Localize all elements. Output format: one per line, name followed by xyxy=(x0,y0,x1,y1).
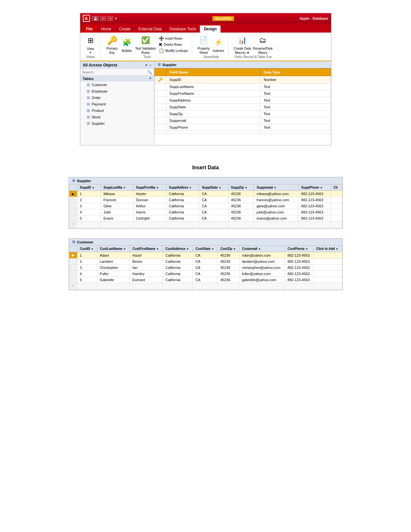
row-selector: ▶ xyxy=(69,191,77,197)
table-row: SuppAddress Text xyxy=(154,97,331,104)
save-button[interactable]: 💾 xyxy=(92,16,99,21)
col-suppfirstna[interactable]: SuppFirstNa ▼ xyxy=(133,184,166,191)
empty-type xyxy=(260,131,331,134)
sidebar-item-employee[interactable]: ⊞ Employee xyxy=(80,88,154,94)
col-suppemail[interactable]: Suppemail ▼ xyxy=(254,184,298,191)
field-name[interactable]: SuppAddress xyxy=(166,97,260,104)
col-custphone[interactable]: CustPhone ▼ xyxy=(285,246,314,252)
panel-header-controls: ▼ « xyxy=(144,63,151,67)
view-button[interactable]: ⊞ View ▼ xyxy=(84,35,97,54)
customer-row-3[interactable]: 3 Christopher Ian California CA 45236 ch… xyxy=(69,265,342,271)
supplier-row-3[interactable]: 3 Glew Arthur California CA 45236 glew@y… xyxy=(69,203,342,209)
supplier-new-row[interactable]: * xyxy=(69,222,342,228)
field-name[interactable]: SuppState xyxy=(166,104,260,111)
builder-button[interactable]: 🧩 Builder xyxy=(121,37,133,53)
tab-external-data[interactable]: External Data xyxy=(134,25,166,33)
customer-row-2[interactable]: 2 Lambert Becks California CA 45236 lamb… xyxy=(69,259,342,265)
supplier-row-4[interactable]: 4 Julie Harris California CA 45236 julie… xyxy=(69,209,342,215)
field-name-suppid[interactable]: SuppID xyxy=(166,76,260,84)
supp-address: California xyxy=(166,197,199,203)
tab-file[interactable]: File xyxy=(82,25,97,33)
customer-row-4[interactable]: 4 Fuller Hamley California CA 45236 full… xyxy=(69,271,342,277)
undo-button[interactable]: ↩ xyxy=(100,16,106,21)
customer-new-row[interactable]: * xyxy=(69,283,342,290)
supplier-row-2[interactable]: 2 Frances Duncan California CA 45236 fra… xyxy=(69,197,342,203)
data-type[interactable]: Text xyxy=(260,124,331,131)
redo-button[interactable]: ↪ xyxy=(107,16,113,21)
sidebar-item-order[interactable]: ⊞ Order xyxy=(80,94,154,101)
data-type[interactable]: Text xyxy=(260,104,331,111)
field-name[interactable]: Suppemail xyxy=(166,117,260,124)
data-type[interactable]: Text xyxy=(260,97,331,104)
field-name[interactable]: SuppPhone xyxy=(166,124,260,131)
supplier-row-5[interactable]: 5 Evans Cartright California CA 45236 ev… xyxy=(69,215,342,222)
field-name[interactable]: SuppLastName xyxy=(166,84,260,90)
cust-phone: 882-123-4563 xyxy=(285,265,314,271)
col-suppstate[interactable]: SuppState ▼ xyxy=(199,184,228,191)
row-selector xyxy=(69,277,77,283)
panel-collapse-button[interactable]: « xyxy=(149,63,151,67)
cust-first: Becks xyxy=(130,259,162,265)
field-name[interactable]: SuppZip xyxy=(166,111,260,117)
col-suppphone[interactable]: SuppPhone ▼ xyxy=(298,184,331,191)
col-click-to-add[interactable]: Click to Add ▼ xyxy=(313,246,342,252)
sidebar-item-supplier[interactable]: ⊞ Supplier xyxy=(80,120,154,127)
col-custemail[interactable]: Custemail ▼ xyxy=(239,246,285,252)
sidebar-item-stock[interactable]: ⊞ Stock xyxy=(80,114,154,120)
indexes-button[interactable]: ⚡ Indexes xyxy=(212,37,225,53)
new-zip xyxy=(218,283,239,290)
col-custid[interactable]: CustID ▼ xyxy=(77,246,97,252)
cust-address: California xyxy=(163,271,193,277)
col-cli[interactable]: Cli xyxy=(331,184,342,191)
col-custaddress[interactable]: CustAddress ▼ xyxy=(163,246,193,252)
property-sheet-button[interactable]: 📄 Property Sheet xyxy=(197,34,210,54)
cust-email: gabrielle@yahoo.com xyxy=(239,277,285,283)
supplier-tab-icon: ⊞ xyxy=(158,63,161,67)
col-custzip[interactable]: CustZip ▼ xyxy=(218,246,239,252)
view-label: View xyxy=(87,47,94,51)
data-type[interactable]: Text xyxy=(260,117,331,124)
col-custfirstname[interactable]: CustFirstName ▼ xyxy=(130,246,162,252)
sidebar-item-product[interactable]: ⊞ Product xyxy=(80,107,154,114)
data-type[interactable]: Text xyxy=(260,84,331,90)
data-type[interactable]: Text xyxy=(260,111,331,117)
cust-zip: 45236 xyxy=(218,252,239,259)
supp-zip: 45236 xyxy=(228,215,254,222)
col-suppid[interactable]: SuppID ▼ xyxy=(77,184,101,191)
new-phone xyxy=(285,283,314,290)
create-data-macros-button[interactable]: 📊 Create Data Macros ▼ xyxy=(234,34,251,54)
tables-label: Tables xyxy=(83,77,94,81)
customer-data-icon: ⊞ xyxy=(72,240,75,244)
col-suppzip[interactable]: SuppZip ▼ xyxy=(228,184,254,191)
modify-lookups-button[interactable]: 📋 Modify Lookups xyxy=(158,48,189,54)
row-selector xyxy=(69,197,77,203)
customer-row-1[interactable]: ▶ 1 Adam Hazel California CA 45236 robin… xyxy=(69,252,342,259)
col-custlastname[interactable]: CustLastName ▼ xyxy=(97,246,130,252)
sidebar-item-payment[interactable]: ⊞ Payment xyxy=(80,101,154,107)
primary-key-button[interactable]: 🔑 Primary Key xyxy=(106,34,119,54)
delete-rows-button[interactable]: ✖ Delete Rows xyxy=(158,42,189,47)
tab-database-tools[interactable]: Database Tools xyxy=(166,25,200,33)
tab-design[interactable]: Design xyxy=(200,25,220,33)
supplier-row-1[interactable]: ▶ 1 Mikasa Hayter California CA 45236 mi… xyxy=(69,191,342,197)
test-validation-button[interactable]: ✅ Test Validation Rules xyxy=(135,34,156,54)
tab-create[interactable]: Create xyxy=(115,25,134,33)
supp-phone: 882-123-4563 xyxy=(298,197,331,203)
field-name[interactable]: SuppFirstName xyxy=(166,90,260,97)
supp-cli xyxy=(331,209,342,215)
panel-menu-button[interactable]: ▼ xyxy=(144,63,148,67)
data-type[interactable]: Text xyxy=(260,90,331,97)
sidebar-item-customer[interactable]: ⊞ Customer xyxy=(80,82,154,88)
customer-row-5[interactable]: 5 Gabrielle Everard California CA 45236 … xyxy=(69,277,342,283)
col-custstate[interactable]: CustState ▼ xyxy=(193,246,218,252)
rename-delete-macro-button[interactable]: 🗂 Rename/Dele Macro xyxy=(253,34,273,54)
tab-home[interactable]: Home xyxy=(97,25,115,33)
supp-cli xyxy=(331,203,342,209)
col-supplastna[interactable]: SuppLastNa ▼ xyxy=(101,184,133,191)
search-input[interactable] xyxy=(82,70,146,74)
insert-rows-button[interactable]: ➕ Insert Rows xyxy=(158,35,189,41)
cust-add xyxy=(313,252,342,259)
data-type-suppid[interactable]: Number xyxy=(260,76,331,84)
col-suppaddres[interactable]: SuppAddres ▼ xyxy=(166,184,199,191)
row-indicator xyxy=(154,124,166,131)
